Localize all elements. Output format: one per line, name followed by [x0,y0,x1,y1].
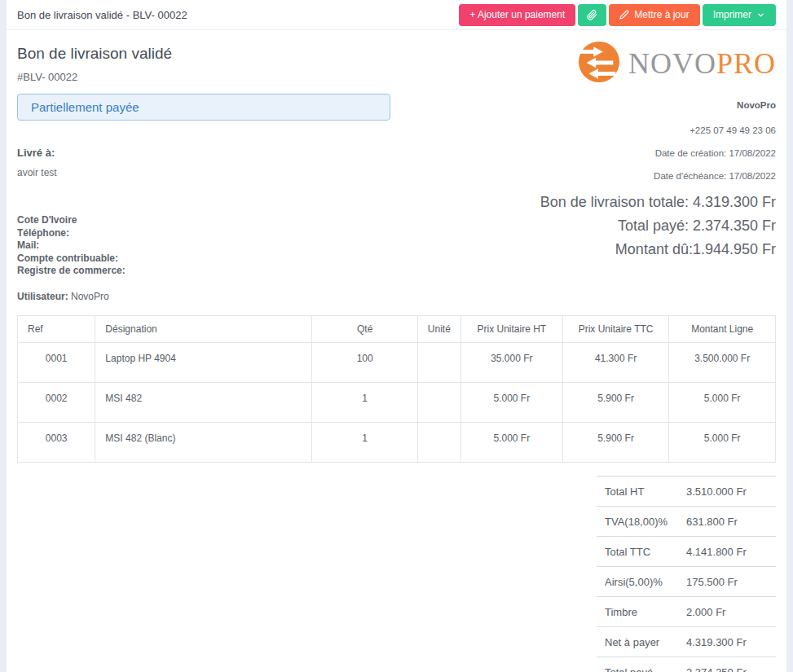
document-header: Bon de livraison validé #BLV- 00022 Part… [17,30,776,302]
header-left-column: Bon de livraison validé #BLV- 00022 Part… [17,30,408,302]
cell-price-ht: 5.000 Fr [460,422,562,462]
col-header-qty: Qté [312,315,417,342]
totals-summary: Total HT 3.510.000 Fr TVA(18,00)% 631.80… [597,476,776,672]
cell-line-amount: 5.000 Fr [669,382,776,422]
summary-value: 2.374.350 Fr [686,666,747,672]
summary-row-total-ttc: Total TTC 4.141.800 Fr [597,536,776,566]
client-country: Cote D'Ivoire [17,214,408,227]
summary-value: 3.510.000 Fr [686,485,747,498]
status-badge: Partiellement payée [17,94,390,121]
summary-label: Total TTC [597,546,686,558]
cell-ref: 0001 [18,342,95,382]
summary-row-airsi: Airsi(5,00)% 175.500 Fr [597,566,776,596]
summary-row-total-ht: Total HT 3.510.000 Fr [597,476,776,506]
topbar-actions: + Ajouter un paiement Mettre à jour Impr… [459,4,776,26]
print-label: Imprimer [713,9,751,20]
header-right-column: NOVOPRO NovoPro +225 07 49 49 23 06 Date… [540,30,776,261]
col-header-price-ttc: Prix Unitaire TTC [562,315,669,342]
summary-label: Airsi(5,00)% [597,576,686,588]
client-details: Cote D'Ivoire Téléphone: Mail: Compte co… [17,214,408,278]
page-card: Bon de livraison validé - BLV- 00022 + A… [7,0,786,672]
summary-row-timbre: Timbre 2.000 Fr [597,596,776,626]
company-name: NovoPro [540,100,776,110]
cell-unit [417,342,460,382]
cell-qty: 1 [312,382,417,422]
table-row: 0002 MSI 482 1 5.000 Fr 5.900 Fr 5.000 F… [18,382,776,422]
paperclip-icon [587,10,597,20]
user-value: NovoPro [71,291,109,302]
delivered-to-label: Livré à: [17,147,408,159]
client-registry-label: Registre de commerce: [17,265,408,278]
client-name: avoir test [17,167,408,178]
cell-line-amount: 3.500.000 Fr [669,342,776,382]
summary-row-net: Net à payer 4.319.300 Fr [597,626,776,657]
summary-label: Net à payer [597,636,686,648]
summary-value: 2.000 Fr [686,606,725,618]
summary-value: 631.800 Fr [686,516,738,528]
summary-label: Total HT [597,485,686,498]
cell-unit [417,422,460,462]
document-number: #BLV- 00022 [17,71,408,83]
summary-value: 4.141.800 Fr [686,546,747,558]
print-button[interactable]: Imprimer [703,4,776,26]
cell-price-ht: 5.000 Fr [460,382,562,422]
items-table-header-row: Ref Désignation Qté Unité Prix Unitaire … [18,315,776,342]
summary-label: Total payé [597,666,686,672]
summary-row-tva: TVA(18,00)% 631.800 Fr [597,506,776,536]
client-phone-label: Téléphone: [17,227,408,240]
logo-text-novo: NOVO [628,47,716,80]
logo-wordmark: NOVOPRO [628,49,776,78]
cell-designation: Laptop HP 4904 [95,342,312,382]
document-body: Bon de livraison validé #BLV- 00022 Part… [7,30,786,672]
totals-header: Bon de livraison totale: 4.319.300 Fr To… [540,191,776,261]
cell-designation: MSI 482 [95,382,312,422]
client-mail-label: Mail: [17,239,408,253]
col-header-ref: Ref [18,315,95,342]
breadcrumb: Bon de livraison validé - BLV- 00022 [17,9,187,21]
due-date: Date d'échéance: 17/08/2022 [540,171,776,181]
cell-price-ttc: 5.900 Fr [562,382,669,422]
update-button[interactable]: Mettre à jour [609,4,699,26]
cell-price-ht: 35.000 Fr [460,342,562,382]
page-title: Bon de livraison validé [17,45,408,63]
add-payment-button[interactable]: + Ajouter un paiement [459,4,575,26]
col-header-designation: Désignation [95,315,312,342]
attach-button[interactable] [578,4,606,26]
summary-label: Timbre [597,606,686,618]
user-line: Utilisateur: NovoPro [17,291,408,302]
chevron-down-icon [756,11,765,20]
paid-amount: Total payé: 2.374.350 Fr [540,214,776,238]
summary-row-paid: Total payé 2.374.350 Fr [597,657,776,672]
cell-price-ttc: 5.900 Fr [562,422,669,462]
update-label: Mettre à jour [634,9,689,20]
col-header-unit: Unité [417,315,460,342]
summary-value: 4.319.300 Fr [686,636,747,648]
cell-unit [417,382,460,422]
company-logo: NOVOPRO [577,40,776,87]
exchange-arrows-icon [577,40,621,87]
cell-designation: MSI 482 (Blanc) [95,422,312,462]
cell-ref: 0003 [18,422,95,462]
col-header-line-amount: Montant Ligne [669,315,776,342]
user-label: Utilisateur: [17,291,68,302]
items-table: Ref Désignation Qté Unité Prix Unitaire … [17,315,776,463]
table-row: 0003 MSI 482 (Blanc) 1 5.000 Fr 5.900 Fr… [18,422,776,462]
pencil-icon [619,10,629,20]
topbar: Bon de livraison validé - BLV- 00022 + A… [7,0,786,30]
total-amount: Bon de livraison totale: 4.319.300 Fr [540,191,776,214]
client-account-label: Compte contribuable: [17,253,408,266]
due-amount: Montant dû:1.944.950 Fr [540,238,776,261]
cell-ref: 0002 [18,382,95,422]
cell-price-ttc: 41.300 Fr [562,342,669,382]
logo-text-pro: PRO [716,47,776,80]
creation-date: Date de création: 17/08/2022 [540,148,776,158]
col-header-price-ht: Prix Unitaire HT [460,315,562,342]
cell-qty: 100 [312,342,417,382]
cell-qty: 1 [312,422,417,462]
table-row: 0001 Laptop HP 4904 100 35.000 Fr 41.300… [18,342,776,382]
add-payment-label: + Ajouter un paiement [469,9,565,20]
cell-line-amount: 5.000 Fr [669,422,776,462]
summary-label: TVA(18,00)% [597,516,686,528]
company-phone: +225 07 49 49 23 06 [540,125,776,135]
summary-value: 175.500 Fr [686,576,738,588]
